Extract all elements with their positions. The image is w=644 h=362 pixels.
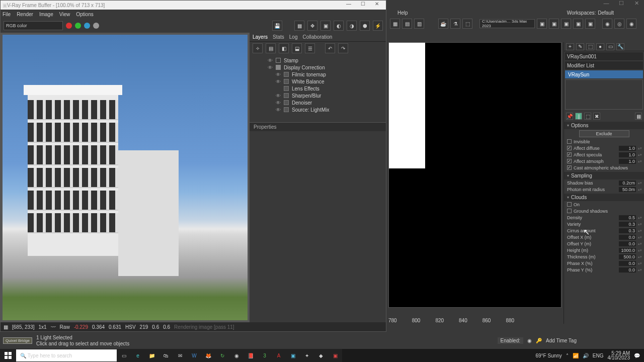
max-tool-5[interactable]: ⚗ <box>450 19 460 29</box>
cmd-motion-tab[interactable]: ● <box>596 43 604 50</box>
tray-notifications-icon[interactable]: 💬 <box>634 353 640 358</box>
spinner-icon[interactable]: ▴▾ <box>638 261 641 265</box>
eye-icon[interactable]: 👁 <box>276 79 281 84</box>
ipr-button[interactable]: ◑ <box>347 21 357 31</box>
region-render-button[interactable]: ▦ <box>294 21 304 31</box>
cmd-utilities-tab[interactable]: 🔧 <box>616 43 624 50</box>
layer-menu-icon[interactable]: ☰ <box>305 43 315 53</box>
green-channel-button[interactable] <box>75 23 81 29</box>
stamp-checkbox[interactable] <box>276 58 281 63</box>
eye-icon[interactable]: 👁 <box>276 100 281 105</box>
modifier-stack[interactable] <box>565 79 643 110</box>
vfb-maximize-button[interactable]: ☐ <box>356 1 370 9</box>
spinner-icon[interactable]: ▴▾ <box>638 181 641 185</box>
tab-layers[interactable]: Layers <box>253 34 268 40</box>
zoom-level[interactable]: 1x1 <box>38 324 46 330</box>
max-tool-8[interactable]: ▣ <box>549 19 559 29</box>
display-correction-checkbox[interactable] <box>276 65 281 70</box>
invisible-checkbox[interactable] <box>567 139 572 144</box>
layer-compare-icon[interactable]: ⬓ <box>292 43 302 53</box>
max-path-field[interactable]: C:\Users\adm… 3ds Max 2023 <box>479 19 535 28</box>
app-explorer[interactable]: 📁 <box>145 349 159 362</box>
app-vray[interactable]: ▣ <box>286 349 300 362</box>
eye-icon[interactable]: 👁 <box>276 107 281 112</box>
max-tool-7[interactable]: ▣ <box>537 19 547 29</box>
max-tool-10[interactable]: ▣ <box>573 19 583 29</box>
weather-widget[interactable]: 69°F Sunny <box>535 353 561 358</box>
tray-sound-icon[interactable]: 🔊 <box>583 353 589 358</box>
cast-shadows-checkbox[interactable] <box>567 165 572 170</box>
app-store[interactable]: 🛍 <box>159 349 173 362</box>
tree-display-correction[interactable]: Display Correction <box>284 65 325 70</box>
max-tool-14[interactable]: ◉ <box>626 19 636 29</box>
spinner-icon[interactable]: ▴▾ <box>638 222 641 226</box>
add-time-tag[interactable]: Add Time Tag <box>546 338 577 343</box>
redo-icon[interactable]: ↷ <box>338 43 348 53</box>
eye-icon[interactable]: 👁 <box>276 72 281 77</box>
app-autocad[interactable]: A <box>272 349 286 362</box>
phasey-value[interactable]: 0.0 <box>619 267 636 273</box>
spinner-icon[interactable]: ▴▾ <box>638 235 641 239</box>
menu-help[interactable]: Help <box>397 10 408 16</box>
max-minimize-button[interactable]: — <box>599 0 614 8</box>
eye-icon[interactable]: 👁 <box>276 93 281 98</box>
spinner-icon[interactable]: ▴▾ <box>638 242 641 246</box>
max-tool-2[interactable]: ▤ <box>402 19 412 29</box>
viewport[interactable] <box>388 42 561 308</box>
max-tool-13[interactable]: ◎ <box>614 19 624 29</box>
variety-value[interactable]: 0.3 <box>619 222 636 227</box>
spinner-icon[interactable]: ▴▾ <box>638 188 641 192</box>
red-channel-button[interactable] <box>66 23 72 29</box>
properties-header[interactable]: Properties <box>250 122 386 131</box>
menu-render[interactable]: Render <box>17 12 33 17</box>
spinner-icon[interactable]: ▴▾ <box>638 146 641 150</box>
tree-sharpen[interactable]: Sharpen/Blur <box>292 93 321 99</box>
search-input[interactable]: 🔍 Type here to search <box>16 349 117 361</box>
keyfilter-icon[interactable]: 🔑 <box>536 338 542 343</box>
modifier-list-dropdown[interactable]: Modifier List <box>565 61 643 69</box>
vfb-close-button[interactable]: ✕ <box>370 1 384 9</box>
save-image-button[interactable]: 💾 <box>272 21 282 31</box>
app-other3[interactable]: ▣ <box>328 349 342 362</box>
max-tool-11[interactable]: ▣ <box>585 19 595 29</box>
debug-button[interactable]: ⚡ <box>373 21 383 31</box>
menu-image[interactable]: Image <box>39 12 53 17</box>
spinner-icon[interactable]: ▴▾ <box>638 229 641 233</box>
max-tool-6[interactable]: ⬚ <box>462 19 472 29</box>
make-unique-icon[interactable]: ⬚ <box>584 113 591 120</box>
eye-icon[interactable]: 👁 <box>268 58 273 63</box>
density-value[interactable]: 0.5 <box>619 215 636 220</box>
menu-view[interactable]: View <box>59 12 70 17</box>
affect-diffuse-value[interactable]: 1.0 <box>619 146 636 151</box>
start-button[interactable] <box>0 349 16 362</box>
app-other2[interactable]: ◆ <box>314 349 328 362</box>
render-viewport[interactable] <box>3 35 248 320</box>
app-mail[interactable]: ✉ <box>173 349 187 362</box>
photon-radius-value[interactable]: 50.0m <box>619 187 636 192</box>
spinner-icon[interactable]: ▴▾ <box>638 159 641 163</box>
tree-stamp[interactable]: Stamp <box>284 58 298 63</box>
cirrus-value[interactable]: 0.3 <box>619 228 636 233</box>
shadow-bias-value[interactable]: 0.2cm <box>619 180 636 186</box>
cmd-modify-tab[interactable]: ✎ <box>576 43 584 50</box>
app-pdf[interactable]: 📕 <box>244 349 258 362</box>
layer-folder-icon[interactable]: ▤ <box>266 43 276 53</box>
channel-dropdown[interactable]: RGB color <box>4 21 63 30</box>
app-other1[interactable]: ✦ <box>300 349 314 362</box>
spinner-icon[interactable]: ▴▾ <box>638 216 641 220</box>
tab-collaboration[interactable]: Collaboration <box>303 34 333 40</box>
affect-specular-checkbox[interactable] <box>567 152 572 157</box>
max-tool-1[interactable]: ▦ <box>390 19 400 29</box>
object-name-field[interactable]: VRaySun001 <box>565 52 643 60</box>
tray-date[interactable]: 4/10/2023 <box>608 355 630 360</box>
max-tool-12[interactable]: ◉ <box>602 19 612 29</box>
show-end-result-icon[interactable]: ∥ <box>575 113 582 120</box>
mono-channel-button[interactable] <box>93 23 99 29</box>
tree-denoiser[interactable]: Denoiser <box>292 100 312 106</box>
layer-mask-icon[interactable]: ◧ <box>279 43 289 53</box>
rollout-sampling[interactable]: Sampling <box>564 172 644 179</box>
tree-white-balance[interactable]: White Balance <box>292 79 324 84</box>
app-refresh[interactable]: ↻ <box>215 349 229 362</box>
spinner-icon[interactable]: ▴▾ <box>638 268 641 272</box>
cmd-display-tab[interactable]: ▭ <box>606 43 614 50</box>
